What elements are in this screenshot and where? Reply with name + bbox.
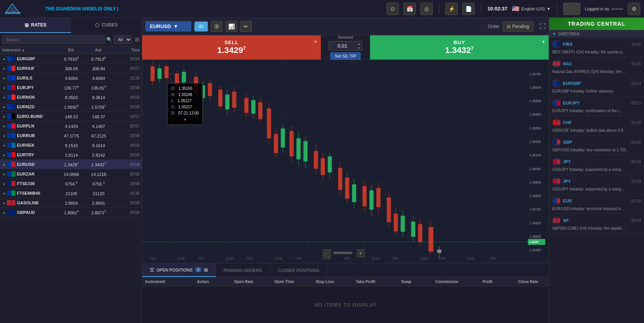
instrument-name: EURPLN (17, 124, 58, 128)
list-item[interactable]: ▲ EURNZD 1.56929 1.57097 20:58 (0, 102, 142, 112)
list-item[interactable]: ▲ EURO-BUND 148.33 148.37 19:57 (0, 112, 142, 121)
fullscreen-button[interactable]: ⛶ (539, 23, 546, 30)
sl-tp-button[interactable]: Set S/L T/P (330, 52, 361, 60)
amount-up-arrow[interactable]: ▲ (356, 42, 362, 46)
list-item[interactable]: ▲ FTSEMIB40 21105 21120 15:38 (0, 189, 142, 198)
svg-text:1.34900: 1.34900 (529, 180, 541, 184)
amount-input-wrap: ▲ ▼ (329, 41, 362, 51)
tc-flag-left (553, 140, 556, 144)
svg-text:1.34800: 1.34800 (529, 194, 541, 198)
buy-button[interactable]: ▲ BUY 1.34327 (370, 35, 549, 60)
list-item[interactable]: ▲ GASOLINE 2.8654 2.8691 20:58 (0, 198, 142, 208)
list-item[interactable]: ▲ EURSEK 9.1516 9.1614 20:58 (0, 141, 142, 150)
trend-arrow-icon: ▲ (2, 95, 6, 99)
list-item[interactable]: EURJPY 09:22 EUR/JPY Intraday: continuat… (549, 96, 644, 116)
list-item[interactable]: FIBX 10:02 IBEX (MEFF) (Q4) Intraday: th… (549, 38, 644, 57)
tab-pending-orders[interactable]: PENDING ORDERS (216, 263, 270, 277)
svg-rect-132 (333, 252, 352, 254)
list-item[interactable]: ▲ EURZAR 14.0968 14.1218 20:58 (0, 169, 142, 179)
svg-text:1.35400: 1.35400 (529, 113, 541, 117)
rate-time: 20:58 (112, 210, 139, 215)
list-item[interactable]: ▲ EURNOK 8.3503 8.3614 20:58 (0, 93, 142, 102)
list-item[interactable]: ▲ FTSE100 6754.5 6756.0 19:58 (0, 179, 142, 189)
search-input[interactable] (2, 35, 105, 44)
date-collapse-icon[interactable]: ▼ (552, 32, 556, 36)
language-dropdown-icon: ▼ (546, 7, 551, 11)
bid-price: 1.56929 (58, 104, 85, 109)
grid-view-icon[interactable]: ⊞ (135, 36, 139, 43)
bid-price: 2.8114 (58, 152, 85, 157)
order-type-button[interactable]: ⊟ Pending (503, 22, 533, 31)
list-item[interactable]: EUR 09:18 EUR/USD Intraday: technical re… (549, 194, 644, 214)
list-item[interactable]: ▲ EURJPY 136.779 136.819 20:58 (0, 83, 142, 93)
svg-rect-65 (304, 141, 308, 162)
flag-left (7, 181, 11, 186)
chart-tool-bars[interactable]: ⦿ (211, 21, 222, 32)
filter-dropdown[interactable]: All (114, 35, 132, 44)
ask-price: 21120 (85, 190, 112, 196)
flag-right (12, 152, 16, 157)
list-item[interactable]: JPY 09:19 USD/JPY Intraday: supported by… (549, 175, 644, 194)
document-icon[interactable]: 📄 (462, 3, 475, 15)
col-instrument-header[interactable]: Instrument ▲ (2, 48, 57, 52)
chart-tool-candle[interactable]: 📊 (226, 21, 237, 32)
tc-flag-right (557, 81, 560, 86)
sell-button[interactable]: ▲ SELL 1.34297 (142, 35, 321, 60)
lightning-icon[interactable]: ⚡ (445, 3, 458, 15)
tc-item-time: 10:02 (631, 42, 641, 46)
tab-open-positions[interactable]: ☰ OPEN POSITIONS 0 ⊞ (142, 263, 216, 277)
calendar-icon[interactable]: 📅 (403, 3, 416, 15)
broker-icon[interactable] (563, 3, 580, 15)
flag-right (12, 171, 16, 177)
svg-rect-89 (401, 216, 405, 232)
ask-price: 47.2125 (85, 133, 112, 138)
list-item[interactable]: CHF 09:20 USD/CHF Intraday: bullish bias… (549, 116, 644, 136)
chart-tooltip: O: 1.35155 H: 1.35248 L: 1.35127 C: 1.35… (167, 83, 203, 125)
search-icon: 🔍 (106, 37, 112, 42)
tc-item-time: 09:20 (631, 121, 641, 125)
svg-text:1.35300: 1.35300 (529, 126, 541, 130)
copy-icon[interactable]: ⊙ (387, 3, 399, 15)
chart-tool-draw[interactable]: ✏ (240, 21, 252, 32)
tab-rates[interactable]: ⊞ RATES (0, 18, 71, 33)
flag-right (12, 142, 16, 148)
tab-closed-positions[interactable]: CLOSED POSITIONS (270, 263, 327, 277)
tc-instrument-name: EURGBP (563, 81, 629, 86)
language-selector[interactable]: 🇺🇸 English (US) ▼ (512, 5, 551, 12)
tc-flag-right (557, 42, 560, 46)
list-item[interactable]: NG1 09:26 Natural Gas (NYMEX) (Q4) Intra… (549, 57, 644, 77)
trading-central-date: 24/07/2014 (558, 31, 579, 36)
flag-left (7, 66, 11, 71)
tc-instrument-name: FIBX (563, 42, 629, 46)
tooltip-date: 07-21 12:00 (178, 110, 199, 116)
buy-label: BUY (453, 40, 465, 45)
tab-cubes[interactable]: ⬡ CUBES (71, 18, 142, 33)
amount-input[interactable] (329, 41, 356, 50)
flag-right (12, 94, 16, 100)
ask-price: 2.8691 (85, 200, 112, 205)
list-item[interactable]: ▲ EURGBP 0.79105 0.79135 20:58 (0, 54, 142, 64)
list-item[interactable]: ▲ GBPAUD 1.80615 1.80715 20:58 (0, 208, 142, 217)
svg-rect-67 (314, 151, 318, 169)
instrument-selector[interactable]: EURUSD ▼ (145, 21, 191, 31)
list-item[interactable]: ▲ EURUSD 1.34297 1.34327 20:58 (0, 160, 142, 169)
list-item[interactable]: ▲ EURRUB 47.1775 47.2125 20:58 (0, 131, 142, 141)
circle-icon[interactable]: ◎ (420, 3, 433, 15)
timeframe-4h[interactable]: 4h (194, 22, 208, 31)
tc-item-description: USD/JPY Intraday: supported by a rising.… (552, 167, 641, 172)
list-item[interactable]: ▲ EURHUF 308.09 308.84 20:57 (0, 64, 142, 73)
ask-price: 1.34327 (85, 162, 112, 167)
amount-down-arrow[interactable]: ▼ (356, 46, 362, 50)
list-item[interactable]: ▲ EURILS 4.6004 4.6084 10:28 (0, 73, 142, 83)
list-item[interactable]: ▲ EURTRY 2.8114 2.8142 20:58 (0, 150, 142, 160)
flag-icons (7, 162, 15, 167)
list-item[interactable]: ▲ EURPLN 4.1429 4.1487 20:57 (0, 121, 142, 131)
svg-text:1.35700: 1.35700 (529, 72, 541, 76)
pos-col-action: Action (183, 277, 224, 286)
list-item[interactable]: JPY 09:19 USD/JPY Intraday: supported by… (549, 155, 644, 175)
flag-left (7, 104, 11, 109)
settings-icon[interactable]: ⚙ (628, 3, 640, 15)
list-item[interactable]: EURGBP 09:24 EUR/GBP Intraday: further a… (549, 77, 644, 96)
list-item[interactable]: GBP 09:20 GBP/USD Intraday: key resistan… (549, 136, 644, 155)
list-item[interactable]: SP 08:43 S&P500 (CME) (U4) Intraday: the… (549, 214, 644, 234)
